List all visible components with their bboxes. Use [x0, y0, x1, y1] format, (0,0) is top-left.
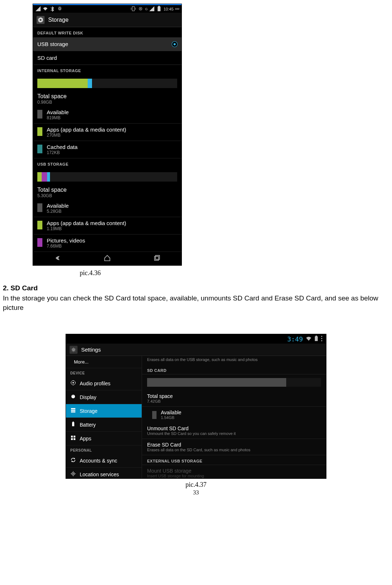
svg-rect-18	[71, 410, 75, 411]
item-label: Display	[80, 394, 96, 400]
item-label: Total space	[147, 393, 321, 399]
recents-icon[interactable]	[153, 254, 161, 264]
row-usb-storage[interactable]: USB storage	[33, 37, 182, 51]
item-label: More...	[74, 359, 88, 365]
figure-caption-1: pic.4.36	[80, 269, 182, 277]
sidebar-item-more[interactable]: More...	[66, 356, 142, 368]
svg-point-15	[72, 382, 74, 383]
clock-time: 3:49	[287, 335, 303, 343]
section-usb-storage: USB STORAGE	[33, 158, 182, 169]
color-swatch	[37, 145, 42, 153]
item-value: 7.42GB	[147, 399, 321, 403]
location-icon	[70, 471, 76, 478]
sidebar-item-display[interactable]: Display	[66, 390, 142, 404]
sd-total-space[interactable]: Total space 7.42GB	[142, 390, 326, 407]
svg-rect-6	[154, 256, 158, 260]
svg-rect-19	[71, 411, 75, 412]
clock-time: 10:45	[163, 7, 174, 11]
color-swatch	[152, 411, 157, 419]
item-label: Location services	[80, 472, 119, 477]
internal-item-apps[interactable]: Apps (app data & media content) 270MB	[33, 124, 182, 141]
tablet-status-bar: 3:49	[66, 334, 326, 344]
sidebar-item-storage[interactable]: Storage	[66, 404, 142, 418]
sidebar-item-audio[interactable]: Audio profiles	[66, 377, 142, 390]
item-label: Storage	[80, 408, 97, 414]
settings-content-panel: Erases all data on the USB storage, such…	[142, 356, 326, 478]
usb-usage-bar	[33, 169, 182, 184]
item-label: Erase SD Card	[147, 442, 321, 448]
svg-rect-25	[74, 438, 75, 440]
item-value: 172KB	[47, 150, 78, 155]
usb-total-space[interactable]: Total space 5.30GB	[33, 184, 182, 200]
item-label: Accounts & sync	[80, 458, 117, 464]
location-icon	[138, 6, 143, 12]
svg-rect-24	[71, 438, 73, 440]
section-sd-card: SD CARD	[142, 365, 326, 374]
radio-selected-icon	[172, 42, 177, 47]
audio-icon	[70, 380, 76, 387]
item-label: Available	[161, 410, 182, 415]
bar-seg-free	[92, 79, 177, 88]
sidebar-item-battery[interactable]: Battery	[66, 418, 142, 432]
body-text-block: 2. SD Card In the storage you can check …	[3, 284, 389, 312]
internal-item-cached[interactable]: Cached data 172KB	[33, 141, 182, 158]
sidebar-item-accounts[interactable]: Accounts & sync	[66, 454, 142, 468]
svg-rect-22	[71, 436, 73, 437]
internal-usage-bar	[33, 75, 182, 90]
battery-icon	[156, 6, 162, 12]
erase-sd-card[interactable]: Erase SD Card Erases all data on the SD …	[142, 439, 326, 455]
clock-ampm: AM	[175, 7, 179, 11]
internal-item-available[interactable]: Available 819MB	[33, 106, 182, 124]
erase-usb-subtext: Erases all data on the USB storage, such…	[142, 356, 326, 365]
battery-icon	[314, 336, 318, 343]
svg-point-10	[321, 336, 322, 337]
sd-available[interactable]: Available 1.54GB	[142, 407, 326, 423]
mount-usb-storage: Mount USB storage Insert USB storage for…	[142, 465, 326, 478]
usb-storage-label: USB storage	[37, 41, 68, 47]
item-sub: Insert USB storage for mounting	[147, 474, 321, 478]
item-value: 270MB	[47, 133, 126, 138]
bar-seg-pics	[42, 172, 47, 182]
vibrate-icon	[130, 6, 136, 12]
sidebar-item-location[interactable]: Location services	[66, 468, 142, 478]
svg-rect-1	[132, 7, 134, 11]
bar-seg-free	[50, 172, 177, 182]
sidebar-item-apps[interactable]: Apps	[66, 432, 142, 445]
internal-total-space[interactable]: Total space 0.98GB	[33, 90, 182, 106]
svg-rect-21	[73, 422, 74, 422]
usb-item-apps[interactable]: Apps (app data & media content) 1.19MB	[33, 217, 182, 235]
back-icon[interactable]	[54, 254, 62, 264]
overflow-icon[interactable]	[321, 336, 322, 343]
bar-seg-used	[147, 378, 286, 387]
appbar-title: Storage	[48, 17, 68, 23]
color-swatch	[37, 127, 42, 136]
tablet-app-bar: Settings	[66, 344, 326, 356]
signal-strength-icon	[35, 6, 41, 12]
app-bar: Storage	[33, 13, 182, 27]
page-number: 33	[193, 489, 199, 496]
apps-icon	[70, 435, 76, 442]
item-label: Mount USB storage	[147, 468, 321, 474]
svg-rect-17	[71, 408, 75, 409]
bluetooth-icon	[50, 6, 55, 12]
usb-item-pictures[interactable]: Pictures, videos 7.66MB	[33, 235, 182, 252]
home-icon[interactable]	[103, 254, 111, 264]
bar-seg-apps	[37, 79, 88, 88]
row-sd-card[interactable]: SD card	[33, 51, 182, 65]
unmount-sd-card[interactable]: Unmount SD Card Unmount the SD Card so y…	[142, 423, 326, 439]
paragraph-sd-card: In the storage you can check the SD Card…	[3, 294, 389, 312]
svg-rect-20	[72, 422, 74, 426]
sync-icon	[70, 457, 76, 464]
item-label: Battery	[80, 422, 96, 428]
item-label: Apps (app data & media content)	[47, 126, 126, 133]
usage-bar	[37, 79, 177, 88]
section-internal-storage: INTERNAL STORAGE	[33, 65, 182, 75]
sd-usage-bar	[142, 374, 326, 390]
svg-rect-5	[158, 6, 160, 7]
svg-rect-7	[155, 255, 159, 259]
heading-sd-card: 2. SD Card	[3, 284, 389, 292]
item-value: 7.66MB	[47, 244, 85, 249]
usb-item-available[interactable]: Available 5.28GB	[33, 200, 182, 217]
bar-seg-apps	[37, 172, 42, 182]
item-label: Available	[47, 203, 69, 209]
